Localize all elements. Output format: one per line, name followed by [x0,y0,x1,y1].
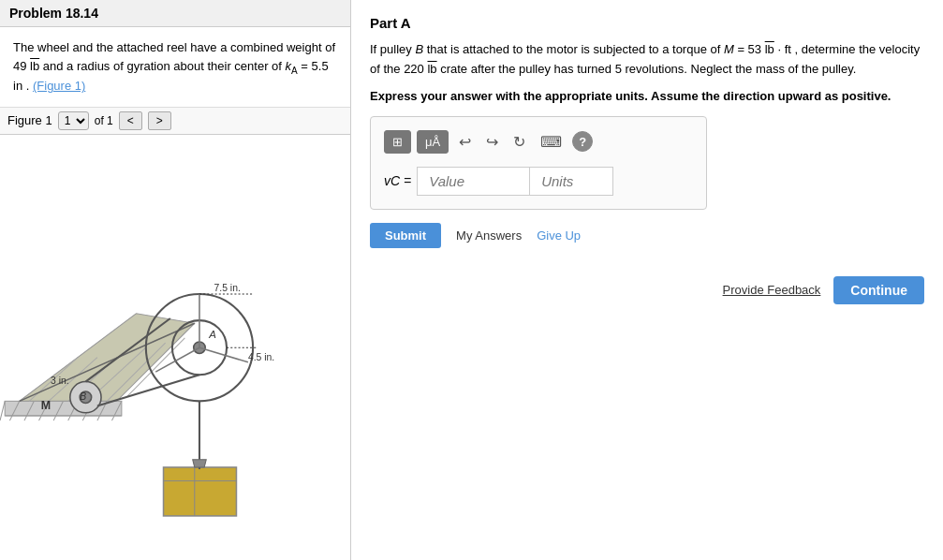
svg-text:3 in.: 3 in. [51,375,69,385]
svg-text:A: A [208,328,216,339]
vc-label: vC = [384,173,411,188]
answer-box: ⊞ μÅ ↩ ↪ ↻ ⌨ ? vC = [370,116,707,210]
answer-toolbar: ⊞ μÅ ↩ ↪ ↻ ⌨ ? [384,130,693,154]
part-label: Part A [370,15,924,31]
svg-text:4.5 in.: 4.5 in. [248,351,274,361]
svg-marker-11 [20,313,195,401]
figure-svg: A B M 7.5 in. 4.5 in. 3 in. [0,135,350,560]
svg-text:7.5 in.: 7.5 in. [214,283,241,293]
figure-link[interactable]: (Figure 1) [33,79,85,93]
mu-icon: μÅ [425,135,440,149]
figure-label: Figure 1 [7,113,52,127]
feedback-row: Provide Feedback Continue [370,276,924,304]
instruction-text: Express your answer with the appropriate… [370,89,924,103]
figure-select[interactable]: 1 [58,111,89,130]
help-icon: ? [579,135,586,149]
svg-text:M: M [41,398,51,411]
keyboard-button[interactable]: ⌨ [536,130,567,154]
redo-button[interactable]: ↪ [481,130,503,154]
figure-next-button[interactable]: > [148,111,171,130]
units-input[interactable] [529,167,613,196]
provide-feedback-link[interactable]: Provide Feedback [723,283,821,297]
help-button[interactable]: ? [572,131,593,152]
input-row: vC = [384,167,693,196]
undo-icon: ↩ [459,134,471,150]
refresh-button[interactable]: ↻ [508,130,530,154]
svg-line-2 [0,401,5,420]
figure-controls: Figure 1 1 of 1 < > [0,108,350,135]
figure-prev-button[interactable]: < [119,111,142,130]
problem-title: Problem 18.14 [0,0,350,27]
redo-icon: ↪ [486,134,498,150]
figure-of-label: of 1 [95,114,113,127]
left-panel: Problem 18.14 The wheel and the attached… [0,0,351,560]
figure-canvas: A B M 7.5 in. 4.5 in. 3 in. [0,135,350,560]
value-input[interactable] [417,167,529,196]
keyboard-icon: ⌨ [540,134,562,150]
matrix-button[interactable]: ⊞ [384,130,411,154]
continue-button[interactable]: Continue [833,276,924,304]
svg-text:B: B [80,391,86,402]
right-panel: Part A If pulley B that is attached to t… [351,0,943,560]
svg-rect-38 [164,467,237,516]
problem-description: The wheel and the attached reel have a c… [0,27,350,108]
submit-button[interactable]: Submit [370,223,441,248]
svg-marker-42 [193,459,207,466]
give-up-link[interactable]: Give Up [537,228,581,243]
submit-row: Submit My Answers Give Up [370,223,924,248]
problem-text: If pulley B that is attached to the moto… [370,40,924,80]
my-answers-label: My Answers [456,228,522,243]
refresh-icon: ↻ [513,134,525,150]
mu-button[interactable]: μÅ [417,130,449,154]
undo-button[interactable]: ↩ [454,130,476,154]
matrix-icon: ⊞ [392,135,403,149]
